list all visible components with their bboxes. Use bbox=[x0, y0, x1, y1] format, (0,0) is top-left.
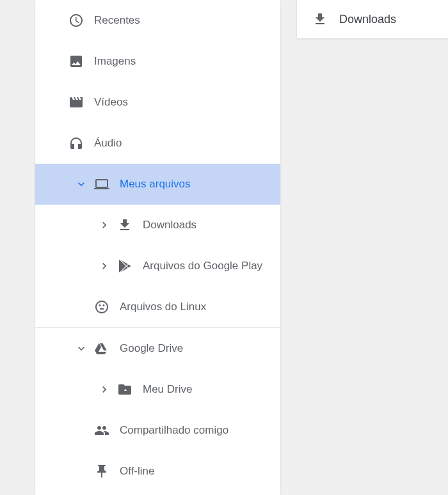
sidebar-item-meu-drive[interactable]: Meu Drive bbox=[35, 369, 280, 410]
sidebar-item-label: Meus arquivos bbox=[120, 178, 191, 191]
sidebar-item-compartilhado[interactable]: Compartilhado comigo bbox=[35, 410, 280, 451]
chevron-down-icon bbox=[74, 341, 89, 356]
pin-icon bbox=[94, 464, 109, 479]
sidebar-item-google-play[interactable]: Arquivos do Google Play bbox=[35, 246, 280, 287]
sidebar-item-label: Compartilhado comigo bbox=[120, 424, 228, 437]
main-item-downloads[interactable]: Downloads bbox=[297, 0, 448, 38]
sidebar-item-offline[interactable]: Off-line bbox=[35, 451, 280, 492]
sidebar: Recentes Imagens Vídeos Áudio bbox=[35, 0, 280, 495]
download-icon bbox=[312, 12, 328, 27]
sidebar-item-linux[interactable]: Arquivos do Linux bbox=[35, 287, 280, 327]
sidebar-item-label: Google Drive bbox=[120, 342, 183, 355]
chevron-right-icon bbox=[97, 382, 112, 397]
folder-drive-icon bbox=[117, 382, 132, 397]
sidebar-item-label: Downloads bbox=[143, 219, 196, 232]
sidebar-item-google-drive[interactable]: Google Drive bbox=[35, 328, 280, 369]
linux-icon bbox=[94, 299, 109, 315]
laptop-icon bbox=[94, 177, 109, 192]
clock-icon bbox=[68, 13, 84, 28]
chevron-right-icon bbox=[97, 258, 112, 274]
sidebar-item-label: Áudio bbox=[94, 137, 122, 150]
sidebar-item-videos[interactable]: Vídeos bbox=[35, 82, 280, 123]
main-item-label: Downloads bbox=[339, 13, 396, 26]
image-icon bbox=[68, 54, 84, 69]
sidebar-item-imagens[interactable]: Imagens bbox=[35, 41, 280, 82]
sidebar-item-downloads[interactable]: Downloads bbox=[35, 205, 280, 246]
sidebar-item-label: Meu Drive bbox=[143, 383, 192, 396]
sidebar-item-meus-arquivos[interactable]: Meus arquivos bbox=[35, 164, 280, 205]
chevron-right-icon bbox=[97, 217, 112, 233]
sidebar-item-label: Recentes bbox=[94, 14, 140, 27]
sidebar-item-label: Arquivos do Linux bbox=[120, 301, 206, 313]
sidebar-item-label: Vídeos bbox=[94, 96, 128, 109]
google-play-icon bbox=[117, 258, 132, 274]
download-icon bbox=[117, 217, 132, 233]
chevron-down-icon bbox=[74, 177, 89, 192]
people-icon bbox=[94, 423, 109, 438]
video-icon bbox=[68, 95, 84, 110]
google-drive-icon bbox=[94, 341, 109, 356]
sidebar-item-recentes[interactable]: Recentes bbox=[35, 0, 280, 41]
main-panel: Downloads bbox=[297, 0, 448, 38]
sidebar-item-audio[interactable]: Áudio bbox=[35, 123, 280, 164]
sidebar-item-label: Off-line bbox=[120, 465, 155, 478]
headphones-icon bbox=[68, 136, 84, 151]
sidebar-item-label: Arquivos do Google Play bbox=[143, 260, 262, 272]
sidebar-item-label: Imagens bbox=[94, 55, 136, 68]
